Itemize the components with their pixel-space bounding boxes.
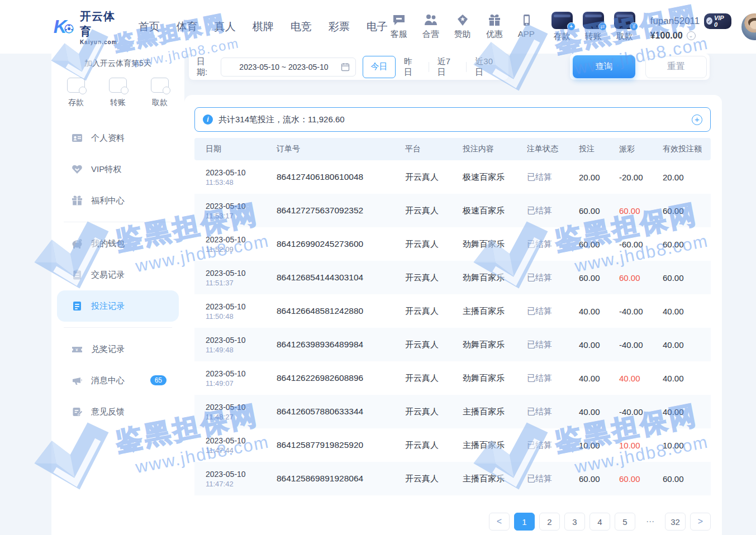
cell-payout: 60.00: [615, 273, 658, 283]
brand-text: 开云体育 Kaiyun.com: [80, 9, 121, 45]
cell-platform: 开云真人: [401, 206, 458, 216]
sidebar-item-redeem[interactable]: ¥ 兑奖记录: [57, 333, 179, 365]
reset-button[interactable]: 重置: [645, 56, 707, 78]
sidebar-menu: 个人资料 VIP特权 福利中心 ¥ 我的钱包 交易记录 投注记录: [51, 122, 184, 427]
pagination-page-2[interactable]: 2: [539, 513, 560, 531]
sidebar-item-wallet[interactable]: ¥ 我的钱包: [57, 228, 179, 259]
cell-status: 已结算: [522, 206, 574, 216]
cell-bet-amount: 10.00: [574, 441, 615, 450]
cell-payout: -40.00: [615, 307, 658, 316]
cell-platform: 开云真人: [401, 340, 458, 350]
query-button[interactable]: 查询: [573, 55, 635, 78]
sidebar-item-betting-records[interactable]: 投注记录: [57, 290, 179, 322]
balance-amount: ¥100.00: [650, 31, 683, 41]
phone-icon: [520, 14, 533, 26]
table-header: 日期 订单号 平台 投注内容 注单状态 投注 派彩 有效投注额: [194, 138, 711, 160]
transfer-label: 转账: [585, 31, 602, 42]
cell-platform: 开云真人: [401, 407, 458, 417]
filter-today-button[interactable]: 今日: [363, 56, 396, 78]
cell-order-number: 864126226982608896: [277, 373, 401, 383]
pagination-page-4[interactable]: 4: [589, 513, 610, 531]
table-row: 2023-05-1011:48:27864126057880633344开云真人…: [194, 395, 711, 428]
pagination-page-3[interactable]: 3: [564, 513, 585, 531]
deposit-button[interactable]: + 存款: [549, 12, 576, 42]
cell-payout: 10.00: [615, 441, 658, 450]
cell-bet-amount: 40.00: [574, 374, 615, 383]
withdraw-button[interactable]: ¥ 取款: [611, 12, 638, 42]
filter-yesterday-button[interactable]: 昨日: [396, 56, 429, 78]
cell-date: 2023-05-1011:52:09: [194, 235, 277, 254]
sidebar-transfer-label: 转账: [110, 98, 126, 108]
expand-plus-icon[interactable]: +: [692, 114, 702, 125]
sidebar-item-vip[interactable]: VIP特权: [57, 154, 179, 185]
cell-bet-amount: 40.00: [574, 340, 615, 350]
brand-logo[interactable]: K 开云体育 Kaiyun.com: [53, 9, 121, 45]
transfer-button[interactable]: ⇄ 转账: [580, 12, 607, 42]
quick-date-filters: 今日 昨日 近7日 近30日: [363, 56, 508, 78]
balance-dropdown-icon[interactable]: ⌄: [687, 31, 696, 40]
cell-bet-content: 主播百家乐: [458, 474, 522, 484]
diamond-icon: [456, 14, 469, 26]
vip-shield-icon: ✓: [706, 17, 712, 25]
cell-order-number: 864126854144303104: [277, 273, 401, 283]
cell-valid-bet: 20.00: [658, 173, 711, 182]
cell-valid-bet: 40.00: [658, 307, 711, 316]
withdraw-badge-icon: ¥: [630, 22, 638, 31]
cell-status: 已结算: [522, 340, 574, 350]
col-content: 投注内容: [458, 144, 522, 154]
wallet-label: 我的钱包: [91, 238, 125, 249]
filter-7days-button[interactable]: 近7日: [429, 56, 467, 78]
nav-cards[interactable]: 棋牌: [253, 20, 274, 34]
nav-home[interactable]: 首页: [139, 20, 160, 34]
pagination-page-1[interactable]: 1: [514, 513, 535, 531]
sidebar-transfer-button[interactable]: 转账: [109, 78, 127, 108]
sidebar-item-profile[interactable]: 个人资料: [57, 122, 179, 154]
promo-button[interactable]: 优惠: [483, 14, 506, 40]
cell-valid-bet: 60.00: [658, 240, 711, 249]
partners-button[interactable]: 合营: [420, 14, 442, 40]
nav-live[interactable]: 真人: [215, 20, 236, 34]
service-button[interactable]: 客服: [388, 14, 410, 40]
cell-order-number: 864126990245273600: [277, 239, 401, 249]
sponsor-button[interactable]: 赞助: [451, 14, 474, 40]
pagination-ellipsis[interactable]: ⋯: [640, 513, 660, 531]
app-button[interactable]: APP: [515, 14, 538, 40]
sidebar-item-feedback[interactable]: 意见反馈: [57, 396, 179, 427]
pagination-page-5[interactable]: 5: [615, 513, 635, 531]
sidebar-item-transactions[interactable]: 交易记录: [57, 259, 179, 290]
vip-badge[interactable]: ✓ VIP 0: [704, 13, 731, 29]
col-payout: 派彩: [615, 144, 658, 154]
nav-lottery[interactable]: 彩票: [329, 20, 350, 34]
sidebar-withdraw-button[interactable]: 取款: [151, 78, 169, 108]
calendar-icon: [341, 63, 350, 71]
pagination-page-32[interactable]: 32: [665, 513, 686, 531]
betting-records-label: 投注记录: [91, 301, 125, 312]
partners-label: 合营: [422, 29, 439, 40]
cell-bet-content: 劲舞百家乐: [458, 239, 522, 250]
avatar[interactable]: [741, 13, 756, 40]
cell-order-number: 864125877919825920: [277, 440, 401, 450]
user-block: fupan52011 ✓ VIP 0 ¥100.00 ⌄: [650, 13, 731, 41]
cell-payout: 40.00: [615, 374, 658, 383]
messages-label: 消息中心: [91, 375, 125, 386]
pagination-next-button[interactable]: >: [690, 513, 711, 531]
transactions-label: 交易记录: [91, 270, 125, 280]
cell-platform: 开云真人: [401, 273, 458, 283]
card-outline-icon: [151, 78, 169, 93]
nav-slots[interactable]: 电子: [367, 20, 388, 34]
sidebar-deposit-label: 存款: [68, 98, 84, 108]
filter-actions: 查询 重置: [570, 54, 710, 80]
sidebar-item-welfare[interactable]: 福利中心: [57, 185, 179, 216]
welfare-gift-icon: [72, 195, 83, 206]
cell-platform: 开云真人: [401, 306, 458, 317]
sidebar-deposit-button[interactable]: 存款: [67, 78, 85, 108]
pagination-prev-button[interactable]: <: [489, 513, 510, 531]
cell-date: 2023-05-1011:47:42: [194, 470, 277, 488]
cell-payout: -40.00: [615, 340, 658, 350]
cell-platform: 开云真人: [401, 474, 458, 484]
nav-esports[interactable]: 电竞: [291, 20, 312, 34]
date-range-input[interactable]: 2023-05-10 ~ 2023-05-10: [221, 58, 356, 77]
filter-30days-button[interactable]: 近30日: [467, 56, 508, 78]
sidebar-item-messages[interactable]: 消息中心 65: [57, 365, 179, 396]
nav-sports[interactable]: 体育: [177, 20, 198, 34]
